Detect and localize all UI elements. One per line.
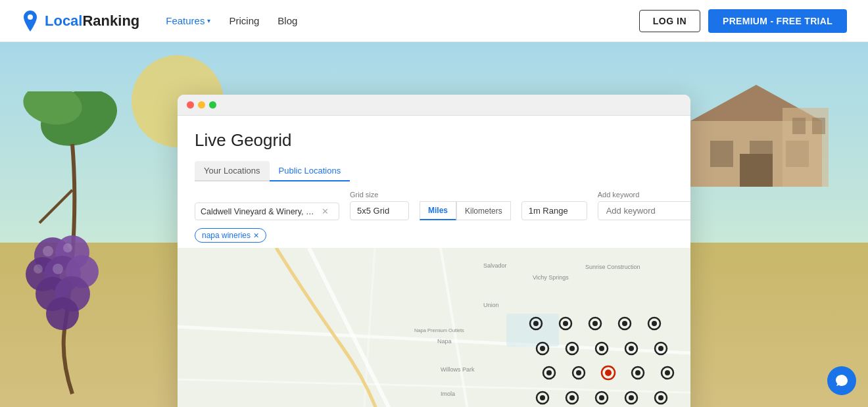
logo-icon <box>21 11 39 32</box>
premium-button[interactable]: PREMIUM - FREE TRIAL <box>708 9 847 33</box>
logo[interactable]: LocalRanking <box>21 11 139 32</box>
logo-ranking: Ranking <box>82 12 139 29</box>
logo-local: Local <box>45 12 82 29</box>
nav-blog[interactable]: Blog <box>277 15 297 26</box>
login-button[interactable]: LOG IN <box>639 10 700 32</box>
nav-pricing[interactable]: Pricing <box>229 15 259 26</box>
nav-features[interactable]: Features ▾ <box>166 15 210 26</box>
chevron-down-icon: ▾ <box>207 17 210 24</box>
navbar: LocalRanking Features ▾ Pricing Blog LOG… <box>0 0 868 42</box>
nav-actions: LOG IN PREMIUM - FREE TRIAL <box>639 9 847 33</box>
svg-point-0 <box>28 14 33 20</box>
nav-links: Features ▾ Pricing Blog <box>166 15 639 26</box>
